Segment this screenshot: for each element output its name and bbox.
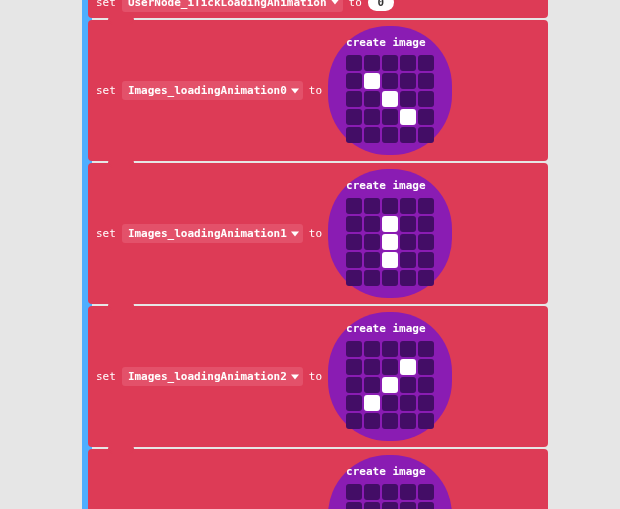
led-pixel[interactable] [418,502,434,509]
led-pixel[interactable] [418,216,434,232]
led-pixel[interactable] [400,270,416,286]
led-pixel[interactable] [382,413,398,429]
led-pixel[interactable] [346,216,362,232]
led-grid[interactable] [346,55,434,143]
led-pixel[interactable] [400,341,416,357]
led-pixel[interactable] [382,109,398,125]
led-pixel[interactable] [400,127,416,143]
led-pixel[interactable] [418,413,434,429]
led-pixel[interactable] [400,359,416,375]
set-variable-block[interactable]: set UserNode_iTickLoadingAnimation to 0 [88,0,548,18]
led-pixel[interactable] [400,73,416,89]
led-pixel[interactable] [400,413,416,429]
led-pixel[interactable] [400,395,416,411]
led-pixel[interactable] [364,216,380,232]
led-grid[interactable] [346,341,434,429]
led-pixel[interactable] [400,91,416,107]
led-pixel[interactable] [400,55,416,71]
led-pixel[interactable] [382,73,398,89]
led-pixel[interactable] [382,198,398,214]
led-pixel[interactable] [346,73,362,89]
led-pixel[interactable] [382,127,398,143]
variable-dropdown[interactable]: Images_loadingAnimation1 [122,224,303,243]
led-pixel[interactable] [400,252,416,268]
led-pixel[interactable] [418,127,434,143]
variable-dropdown[interactable]: UserNode_iTickLoadingAnimation [122,0,343,12]
led-pixel[interactable] [400,484,416,500]
led-pixel[interactable] [364,270,380,286]
led-pixel[interactable] [364,55,380,71]
led-pixel[interactable] [364,413,380,429]
led-pixel[interactable] [382,91,398,107]
led-pixel[interactable] [346,234,362,250]
led-pixel[interactable] [346,341,362,357]
led-pixel[interactable] [418,377,434,393]
create-image-block[interactable]: create image [328,26,452,155]
led-pixel[interactable] [418,270,434,286]
led-pixel[interactable] [346,413,362,429]
led-pixel[interactable] [418,198,434,214]
led-pixel[interactable] [382,359,398,375]
set-variable-block[interactable]: set Images_loadingAnimation2 to create i… [88,306,548,447]
led-pixel[interactable] [418,484,434,500]
led-pixel[interactable] [364,198,380,214]
led-pixel[interactable] [364,484,380,500]
led-pixel[interactable] [346,395,362,411]
create-image-block[interactable]: create image [328,455,452,509]
led-pixel[interactable] [346,502,362,509]
set-variable-block[interactable]: set Images_loadingAnimation1 to create i… [88,163,548,304]
led-pixel[interactable] [418,341,434,357]
led-pixel[interactable] [418,73,434,89]
led-pixel[interactable] [400,234,416,250]
led-pixel[interactable] [418,359,434,375]
led-grid[interactable] [346,484,434,509]
led-pixel[interactable] [346,127,362,143]
led-pixel[interactable] [364,341,380,357]
led-pixel[interactable] [364,91,380,107]
led-pixel[interactable] [346,377,362,393]
led-pixel[interactable] [346,55,362,71]
led-pixel[interactable] [364,502,380,509]
create-image-block[interactable]: create image [328,312,452,441]
led-pixel[interactable] [382,252,398,268]
led-pixel[interactable] [346,484,362,500]
led-pixel[interactable] [382,55,398,71]
variable-dropdown[interactable]: Images_loadingAnimation2 [122,367,303,386]
led-pixel[interactable] [364,73,380,89]
led-grid[interactable] [346,198,434,286]
led-pixel[interactable] [400,216,416,232]
led-pixel[interactable] [364,127,380,143]
led-pixel[interactable] [346,270,362,286]
led-pixel[interactable] [364,395,380,411]
led-pixel[interactable] [400,198,416,214]
led-pixel[interactable] [382,234,398,250]
set-variable-block[interactable]: set Images_loadingAnimation0 to create i… [88,20,548,161]
led-pixel[interactable] [346,109,362,125]
led-pixel[interactable] [382,484,398,500]
led-pixel[interactable] [400,502,416,509]
led-pixel[interactable] [364,234,380,250]
led-pixel[interactable] [346,252,362,268]
led-pixel[interactable] [418,109,434,125]
led-pixel[interactable] [418,234,434,250]
led-pixel[interactable] [400,109,416,125]
led-pixel[interactable] [346,91,362,107]
led-pixel[interactable] [382,216,398,232]
block-editor-canvas[interactable]: set UserNode_iTickLoadingAnimation to 0 … [0,0,620,509]
led-pixel[interactable] [418,91,434,107]
led-pixel[interactable] [418,395,434,411]
led-pixel[interactable] [364,377,380,393]
led-pixel[interactable] [400,377,416,393]
value-input[interactable]: 0 [368,0,394,11]
led-pixel[interactable] [364,109,380,125]
led-pixel[interactable] [364,252,380,268]
led-pixel[interactable] [382,395,398,411]
led-pixel[interactable] [382,341,398,357]
led-pixel[interactable] [346,359,362,375]
led-pixel[interactable] [364,359,380,375]
led-pixel[interactable] [418,55,434,71]
led-pixel[interactable] [382,270,398,286]
variable-dropdown[interactable]: Images_loadingAnimation0 [122,81,303,100]
led-pixel[interactable] [346,198,362,214]
led-pixel[interactable] [382,502,398,509]
